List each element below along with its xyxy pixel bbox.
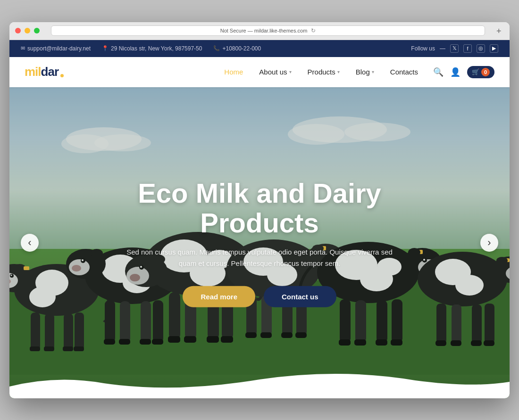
hero-subtitle: Sed non cursus quam. Mauris tempus vulpu… [118, 247, 401, 269]
email-icon: ✉ [21, 45, 25, 51]
slider-prev-arrow[interactable]: ‹ [21, 234, 39, 252]
nav-link-blog[interactable]: Blog ▾ [349, 65, 381, 79]
email-text: support@mildar-dairy.net [27, 45, 91, 52]
nav-actions: 🔍 👤 🛒 0 [433, 66, 494, 78]
nav-item-blog[interactable]: Blog ▾ [349, 65, 381, 79]
url-bar[interactable]: Not Secure — mildar.like-themes.com ↻ [51, 25, 485, 36]
nav-item-contacts[interactable]: Contacts [384, 65, 425, 79]
browser-window: Not Secure — mildar.like-themes.com ↻ + … [9, 22, 510, 398]
location-icon: 📍 [102, 45, 109, 51]
nav-item-about[interactable]: About us ▾ [252, 65, 298, 79]
nav-about-label: About us [259, 68, 287, 76]
products-chevron-icon: ▾ [337, 69, 340, 74]
user-icon[interactable]: 👤 [450, 67, 460, 77]
logo-dot [60, 74, 64, 77]
slider-next-arrow[interactable]: › [480, 234, 498, 252]
nav-products-label: Products [308, 68, 335, 76]
cart-button[interactable]: 🛒 0 [467, 66, 494, 78]
hero-section: Eco Milk and Dairy Products Sed non curs… [9, 87, 510, 398]
hero-title: Eco Milk and Dairy Products [118, 178, 401, 238]
new-tab-button[interactable]: + [496, 27, 504, 34]
nav-link-home[interactable]: Home [218, 65, 250, 79]
nav-item-products[interactable]: Products ▾ [301, 65, 346, 79]
search-icon[interactable]: 🔍 [433, 67, 444, 77]
follow-label: Follow us [411, 45, 435, 52]
phone-text: +10800-22-000 [222, 45, 261, 52]
blog-chevron-icon: ▾ [372, 69, 374, 74]
minimize-button[interactable] [25, 28, 30, 33]
topbar-social: Follow us — 𝕏 f ◎ ▶ [411, 44, 498, 53]
arrow-left-icon: ‹ [28, 237, 31, 249]
url-text: Not Secure — mildar.like-themes.com [220, 28, 308, 33]
hero-wave [9, 370, 510, 398]
topbar: ✉ support@mildar-dairy.net 📍 29 Nicolas … [9, 40, 510, 57]
nav-blog-label: Blog [356, 68, 370, 76]
main-navbar: mildar Home About us ▾ Products ▾ [9, 57, 510, 87]
browser-titlebar: Not Secure — mildar.like-themes.com ↻ + [9, 22, 510, 40]
nav-link-contacts[interactable]: Contacts [384, 65, 425, 79]
arrow-right-icon: › [487, 237, 491, 249]
reload-icon[interactable]: ↻ [311, 27, 316, 34]
follow-dash: — [440, 45, 445, 52]
read-more-button[interactable]: Read more [183, 286, 255, 307]
maximize-button[interactable] [34, 28, 40, 33]
nav-link-products[interactable]: Products ▾ [301, 65, 346, 79]
topbar-phone: 📞 +10800-22-000 [213, 45, 261, 52]
topbar-email: ✉ support@mildar-dairy.net [21, 45, 91, 52]
hero-content: Eco Milk and Dairy Products Sed non curs… [118, 178, 401, 307]
contact-us-button[interactable]: Contact us [264, 286, 336, 307]
facebook-icon[interactable]: f [463, 44, 472, 53]
about-chevron-icon: ▾ [289, 69, 292, 74]
youtube-icon[interactable]: ▶ [490, 44, 498, 53]
nav-links: Home About us ▾ Products ▾ Blog [218, 65, 425, 79]
close-button[interactable] [15, 28, 21, 33]
phone-icon: 📞 [213, 45, 220, 51]
twitter-icon[interactable]: 𝕏 [450, 44, 459, 53]
hero-buttons: Read more Contact us [118, 286, 401, 307]
cart-count: 0 [481, 68, 490, 76]
topbar-contact-info: ✉ support@mildar-dairy.net 📍 29 Nicolas … [21, 45, 261, 52]
instagram-icon[interactable]: ◎ [477, 44, 485, 53]
address-text: 29 Nicolas str, New York, 987597-50 [111, 45, 202, 52]
topbar-address: 📍 29 Nicolas str, New York, 987597-50 [102, 45, 202, 52]
cart-icon: 🛒 [472, 68, 479, 75]
site-logo[interactable]: mildar [25, 65, 64, 79]
website-content: ✉ support@mildar-dairy.net 📍 29 Nicolas … [9, 40, 510, 398]
nav-item-home[interactable]: Home [218, 65, 250, 79]
nav-link-about[interactable]: About us ▾ [252, 65, 298, 79]
